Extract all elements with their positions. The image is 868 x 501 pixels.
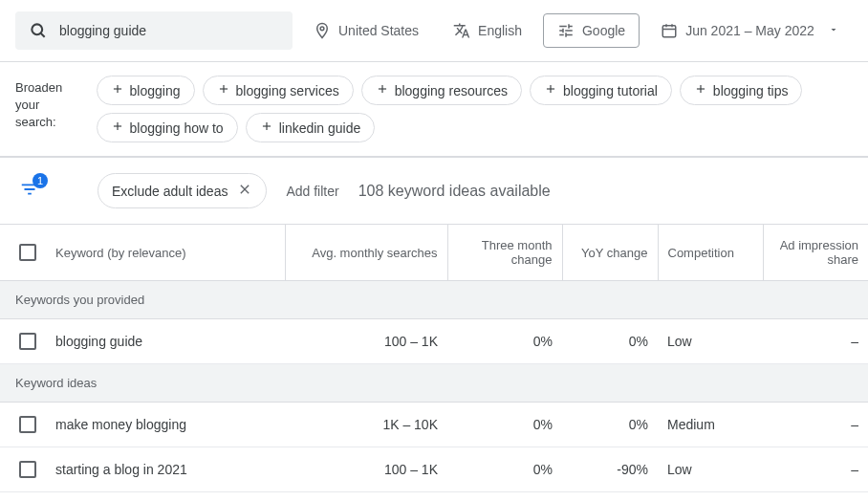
cell-adimp: – bbox=[763, 403, 868, 447]
search-icon bbox=[29, 21, 48, 40]
pill-label: blogging resources bbox=[395, 83, 508, 98]
svg-rect-3 bbox=[662, 26, 676, 37]
col-three[interactable]: Three month change bbox=[447, 225, 562, 281]
svg-point-0 bbox=[32, 24, 42, 34]
active-filter-text: Exclude adult ideas bbox=[112, 184, 228, 199]
add-filter-button[interactable]: Add filter bbox=[286, 184, 338, 199]
pill-label: blogging how to bbox=[130, 120, 224, 136]
idea-count: 108 keyword ideas available bbox=[358, 183, 551, 200]
cell-avg: 1K – 10K bbox=[285, 403, 447, 447]
plus-icon bbox=[217, 82, 230, 98]
broaden-pill[interactable]: blogging services bbox=[203, 76, 354, 105]
search-box[interactable] bbox=[15, 11, 293, 50]
network-text: Google bbox=[582, 23, 625, 38]
filter-row: 1 Exclude adult ideas Add filter 108 key… bbox=[0, 158, 868, 224]
close-icon[interactable] bbox=[237, 182, 252, 200]
pill-label: blogging tips bbox=[713, 83, 789, 98]
col-keyword[interactable]: Keyword (by relevance) bbox=[46, 225, 285, 281]
cell-avg: 100 – 1K bbox=[285, 447, 447, 492]
location-icon bbox=[314, 22, 331, 39]
broaden-pills: bloggingblogging servicesblogging resour… bbox=[97, 76, 853, 142]
network-icon bbox=[557, 22, 575, 39]
table-row: blogging guide100 – 1K0%0%Low– bbox=[0, 319, 868, 364]
pill-label: linkedin guide bbox=[279, 120, 361, 136]
section-header: Keywords you provided bbox=[0, 281, 868, 319]
col-adimp[interactable]: Ad impression share bbox=[763, 225, 868, 281]
plus-icon bbox=[111, 120, 124, 136]
cell-three: 0% bbox=[447, 403, 562, 447]
broaden-pill[interactable]: linkedin guide bbox=[246, 113, 376, 142]
topbar: United States English Google Jun 2021 – … bbox=[0, 0, 868, 62]
broaden-row: Broaden your search: bloggingblogging se… bbox=[0, 62, 868, 158]
pill-label: blogging tutorial bbox=[563, 83, 658, 98]
pill-label: blogging services bbox=[236, 83, 339, 98]
cell-keyword[interactable]: blogging guide bbox=[46, 319, 285, 364]
row-checkbox[interactable] bbox=[19, 461, 36, 478]
row-checkbox[interactable] bbox=[19, 416, 36, 433]
plus-icon bbox=[111, 82, 124, 98]
broaden-pill[interactable]: blogging tips bbox=[680, 76, 803, 105]
cell-comp: Low bbox=[658, 319, 763, 364]
location-text: United States bbox=[338, 23, 419, 38]
cell-yoy: -90% bbox=[562, 447, 658, 492]
chevron-down-icon bbox=[828, 23, 839, 38]
section-header: Keyword ideas bbox=[0, 364, 868, 403]
plus-icon bbox=[694, 82, 707, 98]
svg-line-1 bbox=[41, 33, 45, 37]
broaden-label: Broaden your search: bbox=[15, 76, 81, 142]
language-text: English bbox=[478, 23, 522, 38]
col-avg[interactable]: Avg. monthly searches bbox=[285, 225, 447, 281]
table-row: starting a blog in 2021100 – 1K0%-90%Low… bbox=[0, 447, 868, 492]
active-filter-pill[interactable]: Exclude adult ideas bbox=[98, 173, 267, 208]
svg-point-2 bbox=[320, 27, 324, 31]
filter-badge: 1 bbox=[33, 173, 48, 188]
cell-three: 0% bbox=[447, 319, 562, 364]
broaden-pill[interactable]: blogging tutorial bbox=[530, 76, 672, 105]
keywords-table: Keyword (by relevance) Avg. monthly sear… bbox=[0, 224, 868, 492]
plus-icon bbox=[376, 82, 389, 98]
table-row: make money blogging1K – 10K0%0%Medium– bbox=[0, 403, 868, 447]
cell-comp: Medium bbox=[658, 403, 763, 447]
daterange-text: Jun 2021 – May 2022 bbox=[685, 23, 814, 38]
pill-label: blogging bbox=[130, 83, 181, 98]
cell-three: 0% bbox=[447, 447, 562, 492]
search-input[interactable] bbox=[59, 23, 279, 38]
select-all-checkbox[interactable] bbox=[19, 244, 36, 261]
broaden-pill[interactable]: blogging bbox=[97, 76, 195, 105]
col-comp[interactable]: Competition bbox=[658, 225, 763, 281]
plus-icon bbox=[260, 120, 273, 136]
cell-comp: Low bbox=[658, 447, 763, 492]
network-chip[interactable]: Google bbox=[543, 13, 640, 48]
cell-adimp: – bbox=[763, 447, 868, 492]
cell-yoy: 0% bbox=[562, 403, 658, 447]
cell-yoy: 0% bbox=[562, 319, 658, 364]
cell-avg: 100 – 1K bbox=[285, 319, 447, 364]
daterange-chip[interactable]: Jun 2021 – May 2022 bbox=[647, 14, 853, 47]
location-chip[interactable]: United States bbox=[300, 14, 432, 47]
calendar-icon bbox=[661, 22, 678, 39]
broaden-pill[interactable]: blogging how to bbox=[97, 113, 238, 142]
cell-keyword[interactable]: starting a blog in 2021 bbox=[46, 447, 285, 492]
translate-icon bbox=[453, 22, 470, 39]
col-yoy[interactable]: YoY change bbox=[562, 225, 658, 281]
filter-icon-button[interactable]: 1 bbox=[19, 179, 40, 203]
cell-adimp: – bbox=[763, 319, 868, 364]
row-checkbox[interactable] bbox=[19, 333, 36, 350]
plus-icon bbox=[544, 82, 557, 98]
broaden-pill[interactable]: blogging resources bbox=[361, 76, 522, 105]
cell-keyword[interactable]: make money blogging bbox=[46, 403, 285, 447]
language-chip[interactable]: English bbox=[440, 14, 535, 47]
